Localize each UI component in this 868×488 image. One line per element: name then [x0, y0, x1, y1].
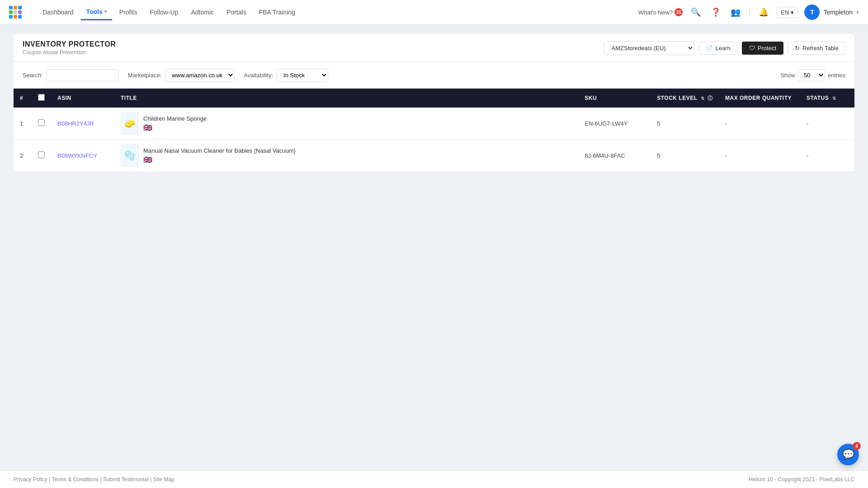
asin-link[interactable]: B08HR2Y4JR [57, 120, 94, 127]
logo-dot-5 [14, 10, 17, 14]
row-status: - [800, 108, 854, 140]
refresh-icon: ↻ [795, 45, 800, 52]
row-stock-level: 5 [651, 140, 719, 172]
main-content: INVENTORY PROTECTOR Coupon Abuse Prevent… [0, 25, 868, 181]
page-header: INVENTORY PROTECTOR Coupon Abuse Prevent… [14, 34, 854, 62]
product-cell: 🫧 Manual Nasal Vacuum Cleaner for Babies… [121, 144, 572, 167]
table-section: Search: Marketplace: www.amazon.co.uk Av… [14, 62, 854, 172]
table-controls: Search: Marketplace: www.amazon.co.uk Av… [14, 62, 854, 89]
nav-item-fba-training[interactable]: FBA Training [254, 5, 301, 19]
show-count-select[interactable]: 102550100 [798, 69, 825, 81]
product-info: Manual Nasal Vacuum Cleaner for Babies (… [143, 147, 296, 164]
help-icon-stock: ⓘ [708, 95, 713, 101]
whats-new-button[interactable]: What's New? 25 [638, 8, 683, 16]
nav-item-portals[interactable]: Portals [221, 5, 252, 19]
marketplace-filter-label: Marketplace: [128, 72, 161, 79]
col-header-check [32, 89, 51, 108]
marketplace-filter-select[interactable]: www.amazon.co.uk [165, 69, 235, 82]
notification-icon-button[interactable]: 🔔 [757, 5, 770, 19]
product-image: 🧽 [121, 112, 139, 135]
sort-icon-stock: ⇅ [701, 96, 705, 101]
avatar: T [804, 5, 820, 20]
learn-icon: 📄 [706, 45, 713, 52]
product-image: 🫧 [121, 144, 139, 167]
language-selector[interactable]: EN ▾ [777, 7, 798, 18]
search-input[interactable] [47, 69, 119, 81]
select-all-checkbox[interactable] [38, 94, 45, 101]
row-title: 🧽 Children Marine Sponge 🇬🇧 [114, 108, 578, 140]
availability-filter-group: Availability: In StockOut of StockAll [244, 69, 328, 82]
row-max-order-qty: - [719, 140, 800, 172]
user-menu-button[interactable]: T Templeton ▾ [804, 5, 859, 20]
logo-grid [9, 6, 22, 19]
row-asin: B08HR2Y4JR [51, 108, 114, 140]
nav-item-profits[interactable]: Profits [114, 5, 143, 19]
inventory-table: # ASIN TITLE SKU STOCK LEVEL [14, 89, 854, 172]
facebook-icon-button[interactable]: 👥 [729, 5, 742, 19]
product-cell: 🧽 Children Marine Sponge 🇬🇧 [121, 112, 572, 135]
protect-button[interactable]: 🛡 Protect [742, 42, 783, 55]
page-title-section: INVENTORY PROTECTOR Coupon Abuse Prevent… [23, 40, 116, 56]
refresh-table-button[interactable]: ↻ Refresh Table [788, 42, 845, 55]
col-header-status[interactable]: STATUS ⇅ [800, 89, 854, 108]
row-sku: 8J-6M4U-8FAC [578, 140, 651, 172]
row-checkbox[interactable] [38, 119, 45, 126]
top-navigation: Dashboard Tools ▾ Profits Follow-Up Adto… [0, 0, 868, 25]
product-info: Children Marine Sponge 🇬🇧 [143, 115, 207, 132]
header-actions: AMZStoredeals (EU)AMZStoredeals (US)AMZS… [604, 41, 845, 55]
logo-dot-7 [9, 15, 13, 19]
logo-dot-1 [9, 6, 13, 9]
protect-shield-icon: 🛡 [749, 45, 755, 52]
lang-chevron-icon: ▾ [791, 9, 794, 16]
page-title: INVENTORY PROTECTOR [23, 40, 116, 48]
product-flag: 🇬🇧 [143, 155, 296, 164]
whats-new-badge: 25 [675, 8, 683, 16]
nav-item-adtomic[interactable]: Adtomic [186, 5, 220, 19]
table-row: 2 B08WYKNFCY 🫧 Manual Nasal Vacuum Clean… [14, 140, 854, 172]
row-asin: B08WYKNFCY [51, 140, 114, 172]
nav-separator: | [749, 8, 750, 16]
table-header: # ASIN TITLE SKU STOCK LEVEL [14, 89, 854, 108]
user-name: Templeton [823, 9, 853, 16]
logo-dot-8 [14, 15, 17, 19]
logo-dot-3 [18, 6, 22, 9]
entries-label: entries [828, 72, 845, 79]
marketplace-dropdown[interactable]: AMZStoredeals (EU)AMZStoredeals (US)AMZS… [604, 41, 694, 55]
table-row: 1 B08HR2Y4JR 🧽 Children Marine Sponge 🇬🇧… [14, 108, 854, 140]
row-checkbox-cell [32, 140, 51, 172]
product-title: Manual Nasal Vacuum Cleaner for Babies (… [143, 147, 296, 154]
row-num: 1 [14, 108, 32, 140]
row-sku: EN-6UG7-LW4Y [578, 108, 651, 140]
page-subtitle: Coupon Abuse Prevention [23, 49, 116, 56]
help-icon-button[interactable]: ❓ [709, 5, 722, 19]
row-title: 🫧 Manual Nasal Vacuum Cleaner for Babies… [114, 140, 578, 172]
nav-menu: Dashboard Tools ▾ Profits Follow-Up Adto… [37, 5, 301, 20]
marketplace-filter-group: Marketplace: www.amazon.co.uk [128, 69, 235, 82]
row-status: - [800, 140, 854, 172]
row-num: 2 [14, 140, 32, 172]
logo-dot-9 [18, 15, 22, 19]
learn-button[interactable]: 📄 Learn [699, 42, 737, 55]
user-chevron-icon: ▾ [856, 9, 859, 15]
sort-icon-status: ⇅ [832, 96, 836, 101]
row-checkbox[interactable] [38, 151, 45, 158]
nav-item-tools[interactable]: Tools ▾ [81, 5, 112, 20]
show-label: Show [780, 72, 795, 79]
product-title: Children Marine Sponge [143, 115, 207, 122]
search-label: Search: [23, 72, 43, 79]
availability-filter-select[interactable]: In StockOut of StockAll [277, 69, 328, 82]
logo-dot-4 [9, 10, 13, 14]
show-entries-group: Show 102550100 entries [780, 69, 845, 81]
row-checkbox-cell [32, 108, 51, 140]
col-header-stock[interactable]: STOCK LEVEL ⇅ ⓘ [651, 89, 719, 108]
availability-filter-label: Availability: [244, 72, 273, 79]
row-max-order-qty: - [719, 108, 800, 140]
col-header-asin[interactable]: ASIN [51, 89, 114, 108]
row-stock-level: 5 [651, 108, 719, 140]
asin-link[interactable]: B08WYKNFCY [57, 152, 97, 159]
col-header-title: TITLE [114, 89, 578, 108]
col-header-moq: MAX ORDER QUANTITY [719, 89, 800, 108]
nav-item-dashboard[interactable]: Dashboard [37, 5, 79, 19]
search-icon-button[interactable]: 🔍 [689, 5, 703, 19]
nav-item-followup[interactable]: Follow-Up [144, 5, 184, 19]
